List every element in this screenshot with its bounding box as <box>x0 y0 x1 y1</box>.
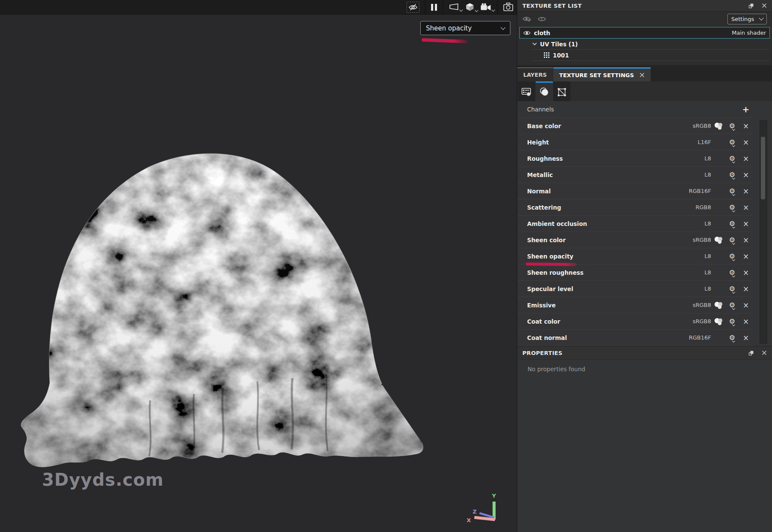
remove-channel-icon[interactable]: × <box>739 252 753 261</box>
close-panel-icon[interactable] <box>762 350 767 355</box>
channel-settings-gear-icon[interactable]: ⚙ <box>726 171 739 179</box>
perspective-view-button[interactable] <box>449 3 459 12</box>
video-camera-icon <box>480 3 492 12</box>
close-tab-icon[interactable] <box>639 72 645 78</box>
chevron-down-icon <box>532 42 537 45</box>
channel-row[interactable]: Sheen opacity L8 ⚙ × <box>517 248 753 264</box>
settings-dropdown[interactable]: Settings <box>727 14 767 24</box>
channel-format: sRGB8 <box>689 123 711 129</box>
close-panel-icon[interactable] <box>762 3 767 8</box>
tab-texture-set-settings[interactable]: TEXTURE SET SETTINGS <box>553 67 651 81</box>
channel-rows: Base color sRGB8 ⚙ × Height L16F ⚙ × Rou… <box>517 118 753 346</box>
channel-row[interactable]: Coat color sRGB8 ⚙ × <box>517 313 753 330</box>
subtab-general-settings[interactable] <box>518 81 535 101</box>
channel-settings-gear-icon[interactable]: ⚙ <box>726 236 739 244</box>
remove-channel-icon[interactable]: × <box>739 219 753 228</box>
channel-settings-gear-icon[interactable]: ⚙ <box>726 154 739 162</box>
channel-row[interactable]: Normal RGB16F ⚙ × <box>517 183 753 199</box>
float-window-icon[interactable] <box>748 3 754 9</box>
channel-settings-gear-icon[interactable]: ⚙ <box>726 285 739 293</box>
channel-name: Scattering <box>527 204 689 211</box>
3d-viewport[interactable]: 3Dyyds.com Sheen opacity Y X Z <box>0 15 517 532</box>
channel-row[interactable]: Ambient occlusion L8 ⚙ × <box>517 216 753 232</box>
channel-settings-gear-icon[interactable]: ⚙ <box>726 187 739 195</box>
channel-settings-gear-icon[interactable]: ⚙ <box>726 268 739 277</box>
camera-view-button[interactable] <box>480 3 492 12</box>
remove-channel-icon[interactable]: × <box>739 236 753 244</box>
cloth-mesh-render <box>0 15 517 518</box>
scrollbar-thumb[interactable] <box>761 137 765 199</box>
subtab-channels[interactable] <box>536 81 553 101</box>
channel-name: Emissive <box>527 302 689 309</box>
remove-channel-icon[interactable]: × <box>739 334 753 342</box>
eye-slash-icon <box>408 3 418 12</box>
remove-channel-icon[interactable]: × <box>739 268 753 277</box>
channels-panel: Channels + Base color sRGB8 ⚙ × Height L… <box>517 101 772 346</box>
channel-row[interactable]: Roughness L8 ⚙ × <box>517 150 753 167</box>
remove-channel-icon[interactable]: × <box>739 285 753 293</box>
channel-format: L8 <box>689 286 711 292</box>
axis-x-label: X <box>467 517 471 523</box>
remove-channel-icon[interactable]: × <box>739 317 753 326</box>
channel-settings-gear-icon[interactable]: ⚙ <box>726 138 739 146</box>
axis-y-label: Y <box>492 493 496 499</box>
remove-channel-icon[interactable]: × <box>739 301 753 310</box>
remove-channel-icon[interactable]: × <box>739 187 753 195</box>
tile-grid-icon <box>544 52 549 58</box>
channel-format: sRGB8 <box>689 237 711 243</box>
tab-layers[interactable]: LAYERS <box>517 67 553 81</box>
axis-gizmo: Y X Z <box>463 491 506 530</box>
channel-name: Height <box>527 139 689 146</box>
channel-settings-gear-icon[interactable]: ⚙ <box>726 317 739 325</box>
channel-format: L8 <box>689 253 711 259</box>
properties-header: PROPERTIES <box>517 346 772 360</box>
remove-channel-icon[interactable]: × <box>739 122 753 130</box>
channel-row[interactable]: Sheen roughness L8 ⚙ × <box>517 264 753 281</box>
toggle-all-visibility-icon[interactable] <box>522 16 531 22</box>
channel-row[interactable]: Metallic L8 ⚙ × <box>517 167 753 183</box>
channels-scrollbar[interactable] <box>760 120 767 344</box>
tab-texture-set-settings-label: TEXTURE SET SETTINGS <box>559 72 634 78</box>
channel-settings-gear-icon[interactable]: ⚙ <box>726 122 739 130</box>
color-channels-icon <box>711 122 726 130</box>
pause-icon <box>431 4 437 11</box>
channel-settings-gear-icon[interactable]: ⚙ <box>726 334 739 342</box>
texture-set-row[interactable]: cloth Main shader <box>519 27 770 39</box>
channel-format: L8 <box>689 171 711 178</box>
add-channel-button[interactable]: + <box>739 105 753 114</box>
remove-channel-icon[interactable]: × <box>739 138 753 147</box>
channel-settings-gear-icon[interactable]: ⚙ <box>726 252 739 260</box>
visibility-toggle-button[interactable] <box>407 2 419 13</box>
texture-set-list-title: TEXTURE SET LIST <box>522 3 748 9</box>
channel-settings-gear-icon[interactable]: ⚙ <box>726 203 739 211</box>
remove-channel-icon[interactable]: × <box>739 203 753 212</box>
channel-row[interactable]: Base color sRGB8 ⚙ × <box>517 118 753 134</box>
channel-row[interactable]: Coat normal RGB16F ⚙ × <box>517 330 753 346</box>
channel-row[interactable]: Height L16F ⚙ × <box>517 134 753 150</box>
remove-channel-icon[interactable]: × <box>739 171 753 179</box>
channel-display-dropdown[interactable]: Sheen opacity <box>420 21 510 35</box>
float-window-icon[interactable] <box>748 350 754 356</box>
channel-name: Specular level <box>527 286 689 292</box>
pause-engine-button[interactable] <box>431 4 437 11</box>
channel-name: Metallic <box>527 171 689 178</box>
channel-row[interactable]: Emissive sRGB8 ⚙ × <box>517 297 753 313</box>
geometry-view-button[interactable] <box>465 2 475 12</box>
channel-settings-gear-icon[interactable]: ⚙ <box>726 301 739 309</box>
color-channels-icon <box>711 236 726 244</box>
channel-row[interactable]: Sheen color sRGB8 ⚙ × <box>517 232 753 248</box>
channel-row[interactable]: Scattering RGB8 ⚙ × <box>517 199 753 216</box>
photo-camera-icon <box>503 3 513 12</box>
chevron-down-icon <box>475 9 478 12</box>
remove-channel-icon[interactable]: × <box>739 154 753 163</box>
uv-tile-item[interactable]: 1001 <box>532 50 769 61</box>
properties-empty-message: No properties found <box>517 360 772 373</box>
eye-visible-icon[interactable] <box>523 30 531 36</box>
solo-visibility-icon[interactable] <box>537 16 546 22</box>
channel-row[interactable]: Specular level L8 ⚙ × <box>517 281 753 297</box>
screenshot-button[interactable] <box>503 3 513 12</box>
uv-tiles-group[interactable]: UV Tiles (1) <box>532 39 769 50</box>
channel-settings-gear-icon[interactable]: ⚙ <box>726 219 739 228</box>
subtab-mesh-maps[interactable] <box>553 81 570 101</box>
chevron-down-icon <box>501 25 505 30</box>
